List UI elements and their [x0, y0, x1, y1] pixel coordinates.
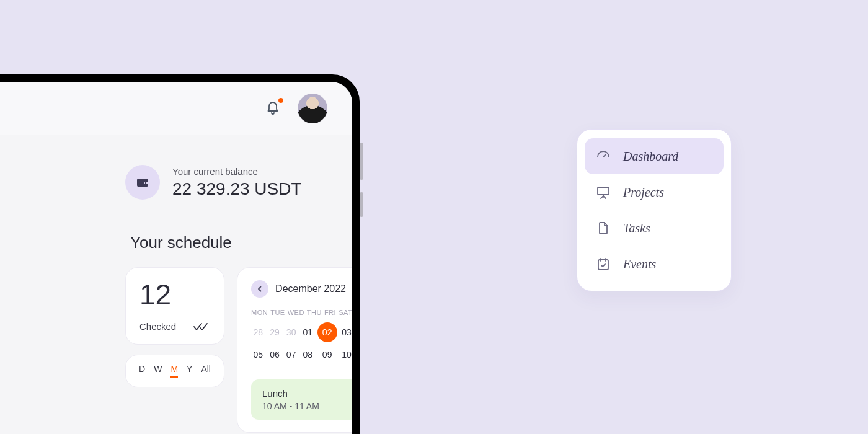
stat-value: 12: [140, 280, 210, 309]
notification-badge: [278, 98, 283, 103]
calendar-day[interactable]: 10: [340, 345, 352, 365]
calendar-day[interactable]: 02: [317, 322, 337, 342]
calendar-day[interactable]: 03: [340, 322, 352, 342]
nav-item-label: Projects: [623, 185, 664, 200]
calendar-day[interactable]: 01: [301, 322, 315, 342]
calendar-check-icon: [596, 256, 612, 272]
event-chip[interactable]: Lunch 10 AM - 11 AM: [251, 379, 352, 420]
calendar-day[interactable]: 30: [284, 322, 298, 342]
stat-card[interactable]: 12 Checked: [125, 267, 224, 345]
device-button: [360, 192, 363, 217]
calendar-card: December 2022 MONTUEWEDTHUFRISATSUN 2829…: [237, 267, 352, 433]
calendar-weekday: MON: [251, 309, 268, 316]
nav-item-events[interactable]: Events: [585, 246, 724, 282]
calendar-day[interactable]: 09: [317, 345, 337, 365]
calendar-weekday: THU: [307, 309, 322, 316]
stat-label: Checked: [140, 321, 176, 332]
balance-label: Your current balance: [172, 166, 302, 177]
chevron-left-icon: [257, 286, 263, 292]
balance-amount: 22 329.23 USDT: [172, 179, 302, 199]
period-selector: DWMYAll: [125, 355, 224, 388]
gauge-icon: [596, 148, 612, 164]
double-check-icon: [193, 322, 210, 332]
calendar-weekday: TUE: [270, 309, 285, 316]
bell-icon: [265, 101, 280, 116]
main-content: Your current balance 22 329.23 USDT Your…: [0, 135, 352, 433]
svg-point-2: [145, 182, 146, 184]
period-option[interactable]: Y: [187, 364, 192, 378]
calendar-day[interactable]: 05: [251, 345, 265, 365]
calendar-day[interactable]: 29: [268, 322, 282, 342]
calendar-prev-button[interactable]: [251, 280, 268, 298]
event-time: 10 AM - 11 AM: [262, 401, 352, 411]
notifications-button[interactable]: [264, 100, 281, 117]
nav-item-label: Events: [623, 257, 656, 272]
nav-item-label: Dashboard: [623, 149, 678, 164]
calendar-day[interactable]: 06: [268, 345, 282, 365]
topbar: [0, 82, 352, 135]
calendar-day[interactable]: 28: [251, 322, 265, 342]
calendar-weekday: WED: [288, 309, 304, 316]
nav-card: DashboardProjectsTasksEvents: [577, 129, 732, 291]
calendar-grid: 2829300102030405060708091011: [251, 322, 352, 365]
event-title: Lunch: [262, 388, 352, 399]
tablet-frame: Your current balance 22 329.23 USDT Your…: [0, 74, 360, 434]
calendar-month-label: December 2022: [275, 283, 346, 294]
calendar-day[interactable]: 07: [284, 345, 298, 365]
svg-rect-3: [598, 187, 609, 195]
calendar-weekday: SAT: [339, 309, 352, 316]
avatar-image: [298, 94, 327, 123]
nav-item-label: Tasks: [623, 221, 650, 236]
period-option[interactable]: W: [154, 364, 162, 378]
period-option[interactable]: M: [170, 364, 178, 378]
balance-section: Your current balance 22 329.23 USDT: [125, 165, 321, 200]
wallet-icon: [125, 165, 160, 200]
nav-item-projects[interactable]: Projects: [585, 174, 724, 210]
file-icon: [596, 220, 612, 236]
calendar-day[interactable]: 08: [301, 345, 315, 365]
nav-item-dashboard[interactable]: Dashboard: [585, 138, 724, 174]
period-option[interactable]: All: [201, 364, 211, 378]
svg-rect-4: [598, 260, 608, 270]
calendar-weekdays: MONTUEWEDTHUFRISATSUN: [251, 309, 352, 316]
device-button: [360, 143, 363, 180]
calendar-weekday: FRI: [324, 309, 336, 316]
schedule-title: Your schedule: [130, 233, 321, 252]
nav-item-tasks[interactable]: Tasks: [585, 210, 724, 246]
avatar[interactable]: [298, 94, 327, 123]
presentation-icon: [596, 184, 612, 200]
period-option[interactable]: D: [139, 364, 145, 378]
screen: Your current balance 22 329.23 USDT Your…: [0, 82, 352, 434]
